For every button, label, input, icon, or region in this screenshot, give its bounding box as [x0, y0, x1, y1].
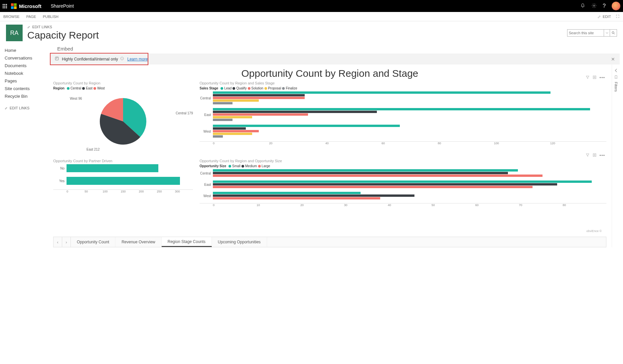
edit-links-top[interactable]: EDIT LINKS	[27, 25, 99, 29]
report-tab[interactable]: Revenue Overview	[115, 237, 161, 247]
filters-pane-collapsed[interactable]: Filters	[612, 64, 620, 247]
chart-bar-partner[interactable]: Opportunity Count by Partner Driven No Y…	[53, 159, 193, 234]
embed-heading: Embed	[57, 46, 620, 52]
chart-title: Opportunity Count by Region	[53, 81, 193, 85]
chart-title: Opportunity Count by Region and Sales St…	[200, 81, 606, 85]
svg-rect-4	[593, 76, 596, 79]
chart-legend: RegionCentral East West	[53, 86, 193, 90]
sidebar-item[interactable]: Home	[5, 47, 45, 54]
filters-label: Filters	[614, 82, 618, 92]
sidebar-item[interactable]: Recycle Bin	[5, 92, 45, 100]
chevron-left-icon	[614, 68, 618, 72]
edit-page-button[interactable]: EDIT	[597, 15, 611, 19]
edit-label: EDIT	[603, 15, 611, 19]
ribbon-bar: BROWSEPAGEPUBLISH EDIT	[0, 12, 623, 21]
sidebar-edit-links[interactable]: EDIT LINKS	[5, 106, 45, 110]
search-button[interactable]	[610, 29, 617, 37]
sensitivity-bar: Highly Confidential\Internal only Learn …	[50, 54, 620, 64]
tab-next-button[interactable]: ›	[62, 237, 71, 247]
sidebar-item[interactable]: Notebook	[5, 69, 45, 77]
ribbon-tab[interactable]: BROWSE	[3, 15, 20, 19]
report-tab[interactable]: Opportunity Count	[71, 237, 115, 247]
info-icon[interactable]	[120, 57, 124, 61]
chart-title: Opportunity Count by Partner Driven	[53, 159, 193, 163]
chart-bar-stage[interactable]: ••• Opportunity Count by Region and Sale…	[200, 81, 606, 156]
sensitivity-label: Highly Confidential\Internal only	[62, 57, 118, 61]
sensitivity-icon	[55, 56, 59, 62]
focus-icon[interactable]	[592, 75, 597, 80]
chart-legend: Sales StageLead Qualify Solution Proposa…	[200, 86, 606, 90]
help-icon[interactable]: ?	[603, 3, 606, 9]
app-name[interactable]: SharePoint	[51, 3, 74, 9]
notifications-icon[interactable]	[580, 3, 585, 9]
report-title: Opportunity Count by Region and Stage	[53, 68, 606, 79]
report-tab[interactable]: Upcoming Opportunities	[212, 237, 267, 247]
tab-prev-button[interactable]: ‹	[54, 237, 62, 247]
more-icon[interactable]: •••	[599, 75, 605, 80]
page-header: RA EDIT LINKS Capacity Report	[0, 21, 623, 44]
page-title: Capacity Report	[27, 30, 99, 41]
left-nav: HomeConversationsDocumentsNotebookPagesS…	[0, 44, 50, 247]
svg-point-0	[593, 5, 595, 6]
chart-legend: Opportunity SizeSmall Medium Large	[200, 164, 606, 168]
chart-toolbar: •••	[585, 153, 605, 158]
edit-links-label: EDIT LINKS	[32, 25, 52, 29]
fullscreen-icon[interactable]	[616, 14, 620, 19]
filter-icon[interactable]	[585, 153, 590, 158]
close-icon[interactable]: ✕	[611, 57, 615, 62]
learn-more-link[interactable]: Learn more	[127, 57, 148, 61]
search-input[interactable]	[567, 29, 604, 37]
more-icon[interactable]: •••	[599, 153, 605, 158]
user-avatar[interactable]	[612, 2, 620, 10]
ribbon-tab[interactable]: PAGE	[26, 15, 36, 19]
chart-title: Opportunity Count by Region and Opportun…	[200, 159, 606, 163]
app-launcher-icon[interactable]	[3, 4, 7, 8]
bookmark-icon[interactable]	[614, 75, 618, 79]
microsoft-logo: Microsoft	[11, 3, 42, 9]
sidebar-item[interactable]: Pages	[5, 77, 45, 85]
report-tabs-strip: ‹ › Opportunity CountRevenue OverviewReg…	[53, 237, 606, 247]
svg-point-1	[612, 32, 614, 34]
sidebar-item[interactable]: Documents	[5, 62, 45, 69]
svg-rect-5	[593, 154, 596, 157]
focus-icon[interactable]	[592, 153, 597, 158]
filter-icon[interactable]	[585, 75, 590, 80]
brand-label: Microsoft	[19, 3, 42, 9]
sidebar-item[interactable]: Site contents	[5, 85, 45, 92]
chart-pie-region[interactable]: Opportunity Count by Region RegionCentra…	[53, 81, 193, 156]
chart-bar-size[interactable]: ••• Opportunity Count by Region and Oppo…	[200, 159, 606, 234]
site-logo-tile[interactable]: RA	[6, 25, 23, 41]
global-header: Microsoft SharePoint ?	[0, 0, 623, 12]
chart-toolbar: •••	[585, 75, 605, 80]
settings-gear-icon[interactable]	[591, 3, 597, 9]
search-scope-dropdown[interactable]	[604, 29, 610, 37]
sidebar-item[interactable]: Conversations	[5, 54, 45, 62]
attribution-label: obviEnce ©	[586, 229, 602, 233]
ribbon-tab[interactable]: PUBLISH	[43, 15, 59, 19]
report-tab[interactable]: Region Stage Counts	[162, 237, 212, 247]
sidebar-edit-links-label: EDIT LINKS	[10, 106, 30, 110]
